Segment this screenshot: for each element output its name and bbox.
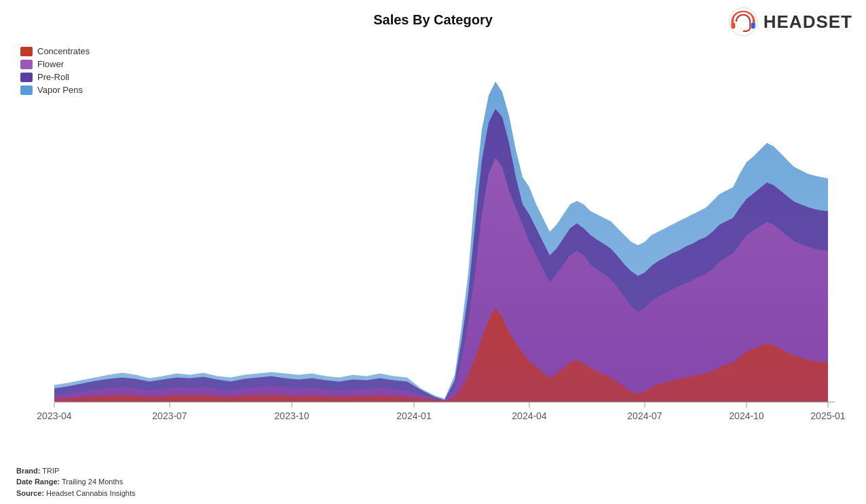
footer-date-range: Date Range: Trailing 24 Months <box>16 476 136 488</box>
source-label: Source: <box>16 489 44 497</box>
footer-info: Brand: TRIP Date Range: Trailing 24 Mont… <box>16 465 136 499</box>
x-label-7: 2025-01 <box>810 410 846 421</box>
headset-logo: HEADSET <box>728 7 852 37</box>
headset-logo-text: HEADSET <box>764 12 852 33</box>
brand-value: TRIP <box>42 467 59 475</box>
x-label-4: 2024-04 <box>512 410 547 421</box>
date-range-label: Date Range: <box>16 478 60 486</box>
date-range-value: Trailing 24 Months <box>62 478 123 486</box>
footer-brand: Brand: TRIP <box>16 465 136 477</box>
footer-source: Source: Headset Cannabis Insights <box>16 488 136 499</box>
chart-area: 2023-04 2023-07 2023-10 2024-01 2024-04 … <box>14 41 852 443</box>
brand-label: Brand: <box>16 467 40 475</box>
headset-logo-icon <box>728 7 758 37</box>
x-label-6: 2024-10 <box>729 410 764 421</box>
svg-rect-2 <box>751 22 755 28</box>
svg-rect-1 <box>731 22 735 28</box>
x-label-5: 2024-07 <box>627 410 662 421</box>
x-label-1: 2023-07 <box>152 410 187 421</box>
source-value: Headset Cannabis Insights <box>46 489 135 497</box>
x-label-2: 2023-10 <box>274 410 309 421</box>
main-chart-svg: 2023-04 2023-07 2023-10 2024-01 2024-04 … <box>14 41 852 443</box>
flower-area <box>54 158 828 402</box>
x-label-0: 2023-04 <box>37 410 72 421</box>
chart-container: Sales By Category HEADSET Concentrates F… <box>0 0 866 504</box>
x-label-3: 2024-01 <box>396 410 432 421</box>
